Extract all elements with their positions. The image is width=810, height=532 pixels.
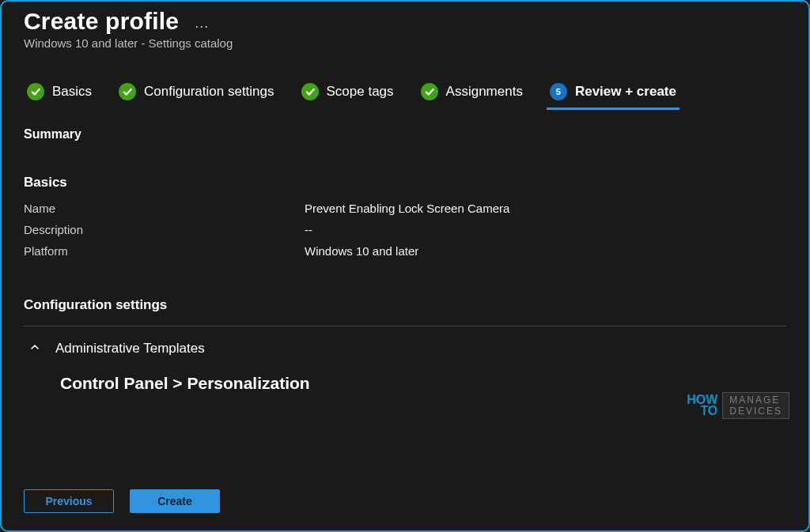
- page-title: Create profile: [24, 8, 179, 35]
- row-value: --: [305, 223, 312, 236]
- chevron-up-icon: [28, 341, 41, 357]
- previous-button[interactable]: Previous: [24, 489, 114, 513]
- step-number-badge: 5: [550, 83, 567, 100]
- basics-heading: Basics: [24, 175, 786, 191]
- accordion-administrative-templates[interactable]: Administrative Templates: [24, 341, 786, 357]
- wizard-steps: Basics Configuration settings Scope tags…: [24, 83, 786, 108]
- more-icon[interactable]: ···: [195, 18, 209, 35]
- table-row: Platform Windows 10 and later: [24, 244, 786, 258]
- table-row: Description --: [24, 223, 786, 236]
- wizard-step-review-create[interactable]: 5 Review + create: [550, 83, 676, 108]
- row-key: Description: [24, 223, 305, 236]
- table-row: Name Prevent Enabling Lock Screen Camera: [24, 202, 786, 215]
- wizard-step-label: Scope tags: [327, 84, 394, 100]
- check-icon: [119, 83, 136, 100]
- create-button[interactable]: Create: [130, 489, 220, 513]
- wizard-step-assignments[interactable]: Assignments: [421, 83, 523, 108]
- wizard-step-scope-tags[interactable]: Scope tags: [301, 83, 394, 108]
- check-icon: [421, 83, 438, 100]
- row-key: Name: [24, 202, 305, 215]
- check-icon: [301, 83, 319, 100]
- row-value: Windows 10 and later: [305, 244, 418, 258]
- row-value: Prevent Enabling Lock Screen Camera: [305, 202, 509, 215]
- wizard-step-configuration-settings[interactable]: Configuration settings: [119, 83, 274, 108]
- category-path: Control Panel > Personalization: [24, 374, 786, 393]
- watermark-logo: HOW TO MANAGE DEVICES: [687, 392, 789, 419]
- wizard-step-basics[interactable]: Basics: [27, 83, 92, 108]
- wizard-step-label: Review + create: [575, 84, 676, 100]
- basics-rows: Name Prevent Enabling Lock Screen Camera…: [24, 202, 786, 266]
- divider: [24, 326, 786, 326]
- page-subtitle: Windows 10 and later - Settings catalog: [24, 36, 786, 50]
- wizard-step-label: Configuration settings: [144, 84, 274, 100]
- configuration-settings-heading: Configuration settings: [24, 297, 786, 313]
- wizard-step-label: Basics: [52, 84, 92, 100]
- check-icon: [27, 83, 44, 100]
- accordion-label: Administrative Templates: [55, 341, 205, 357]
- wizard-step-label: Assignments: [446, 84, 523, 100]
- summary-heading: Summary: [24, 127, 786, 141]
- row-key: Platform: [24, 244, 305, 258]
